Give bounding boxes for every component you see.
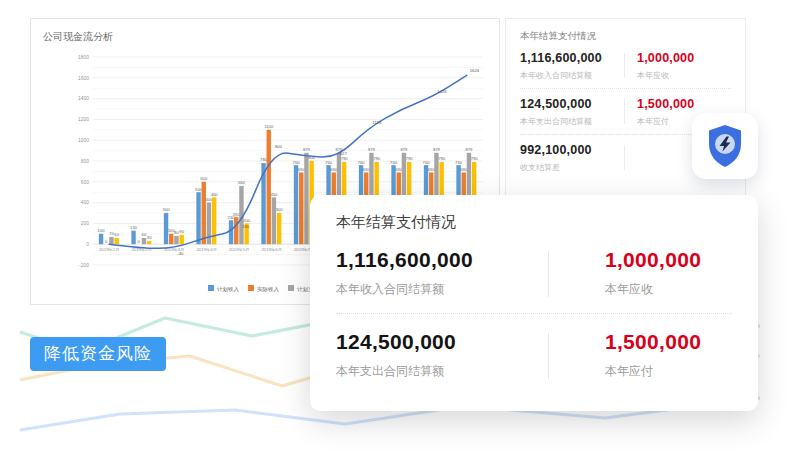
- column-divider: [624, 53, 625, 78]
- y-axis-tick: -200: [79, 262, 89, 268]
- summary-row-income: 1,116,600,000 本年收入合同结算额 1,000,000 本年应收: [520, 43, 731, 88]
- bar-value-label: 90: [179, 229, 184, 234]
- bar: [229, 220, 233, 244]
- popup-receivable-value: 1,000,000: [605, 248, 701, 272]
- expense-settlement-value: 124,500,000: [520, 97, 624, 111]
- line-point-label: 827: [340, 151, 348, 156]
- y-axis-tick: 600: [81, 179, 90, 185]
- bar-value-label: 1100: [264, 124, 274, 129]
- popup-row-income: 1,116,600,000 本年收入合同结算额 1,000,000 本年应收: [336, 248, 732, 298]
- y-axis-tick: 1400: [78, 95, 89, 101]
- receivable-value: 1,000,000: [637, 51, 694, 65]
- bar-value-label: 0: [138, 239, 141, 244]
- bar-value-label: 879: [433, 147, 441, 152]
- bar: [212, 197, 216, 244]
- income-settlement-label: 本年收入合同结算额: [520, 70, 624, 81]
- legend-swatch: [288, 285, 294, 291]
- y-axis-tick: 1800: [78, 54, 89, 60]
- bar-value-label: 879: [400, 147, 408, 152]
- settlement-popup-card: 本年结算支付情况 1,116,600,000 本年收入合同结算额 1,000,0…: [310, 195, 758, 411]
- bar-value-label: 200: [243, 218, 251, 223]
- popup-row-expense: 124,500,000 本年支出合同结算额 1,500,000 本年应付: [336, 330, 732, 380]
- bar: [267, 130, 271, 244]
- bar: [174, 236, 178, 244]
- bar: [277, 213, 281, 244]
- bar: [109, 237, 113, 244]
- bar-value-label: 450: [270, 192, 278, 197]
- y-axis-tick: 1200: [78, 116, 89, 122]
- expense-settlement-label: 本年支出合同结算额: [520, 116, 624, 127]
- bar-value-label: 560: [238, 180, 246, 185]
- balance-value: 992,100,000: [520, 143, 624, 157]
- line-point-label: 900: [275, 144, 283, 149]
- bar-value-label: 60: [114, 232, 119, 237]
- bar: [147, 241, 151, 244]
- x-axis-label: 2019年4月: [196, 247, 217, 252]
- bar: [114, 238, 118, 244]
- bar: [131, 231, 135, 245]
- bar-value-label: 790: [438, 156, 446, 161]
- popup-income-settlement-value: 1,116,600,000: [336, 248, 548, 272]
- bar-value-label: 300: [276, 207, 284, 212]
- x-axis-label: 2019年5月: [229, 247, 250, 252]
- x-axis-label: 2019年1月: [99, 247, 120, 252]
- popup-payable-value: 1,500,000: [605, 330, 701, 354]
- y-axis-tick: 200: [81, 220, 90, 226]
- payable-label: 本年应付: [637, 116, 694, 127]
- receivable-label: 本年应收: [637, 70, 694, 81]
- bar: [196, 192, 200, 244]
- bar-value-label: 760: [390, 160, 398, 165]
- bar-value-label: 450: [211, 192, 219, 197]
- x-axis-label: 2019年6月: [261, 247, 282, 252]
- popup-payable-label: 本年应付: [605, 363, 701, 380]
- bar-value-label: 0: [105, 239, 108, 244]
- chart-title: 公司现金流分析: [43, 30, 499, 44]
- legend-swatch: [208, 285, 214, 291]
- line-point-label: -40: [177, 251, 184, 256]
- column-divider: [624, 99, 625, 124]
- bar-value-label: 879: [368, 147, 376, 152]
- line-point-label: 1425: [437, 89, 447, 94]
- income-settlement-value: 1,116,600,000: [520, 51, 624, 65]
- y-axis-tick: 800: [81, 158, 90, 164]
- security-icon-card[interactable]: [692, 113, 758, 179]
- bar-value-label: 760: [325, 160, 333, 165]
- popup-expense-settlement-value: 124,500,000: [336, 330, 548, 354]
- line-point-label: 130: [242, 224, 250, 229]
- popup-receivable-label: 本年应收: [605, 281, 701, 298]
- balance-label: 收支结算差: [520, 162, 624, 173]
- bar-value-label: 760: [358, 160, 366, 165]
- bar: [142, 238, 146, 244]
- bar-value-label: 790: [406, 156, 414, 161]
- shield-lightning-icon: [705, 124, 745, 168]
- column-divider: [624, 145, 625, 170]
- bar-value-label: 130: [130, 225, 138, 230]
- line-point-label: 1624: [470, 68, 480, 73]
- bar-value-label: 30: [147, 235, 152, 240]
- risk-reduction-tag: 降低资金风险: [30, 337, 166, 371]
- dotted-separator: [336, 313, 732, 314]
- bar: [299, 172, 303, 244]
- bar-value-label: 879: [465, 147, 473, 152]
- bar: [304, 153, 308, 244]
- panel-title: 本年结算支付情况: [520, 30, 731, 43]
- bar: [202, 182, 206, 244]
- bar: [169, 234, 173, 244]
- popup-expense-settlement-label: 本年支出合同结算额: [336, 363, 548, 380]
- bar-value-label: 760: [455, 160, 463, 165]
- y-axis-tick: 1000: [78, 137, 89, 143]
- y-axis-tick: 400: [81, 199, 90, 205]
- bar-value-label: 790: [373, 156, 381, 161]
- legend-label: 实际收入: [257, 286, 280, 293]
- line-point-label: 1126: [372, 120, 382, 125]
- popup-title: 本年结算支付情况: [336, 213, 732, 232]
- bar-value-label: 600: [200, 176, 208, 181]
- bar-value-label: 760: [293, 160, 301, 165]
- bar-value-label: 760: [423, 160, 431, 165]
- bar-value-label: 300: [163, 207, 171, 212]
- bar-value-label: 790: [341, 156, 349, 161]
- bar-value-label: 879: [303, 147, 311, 152]
- payable-value: 1,500,000: [637, 97, 694, 111]
- popup-income-settlement-label: 本年收入合同结算额: [336, 281, 548, 298]
- bar: [272, 197, 276, 244]
